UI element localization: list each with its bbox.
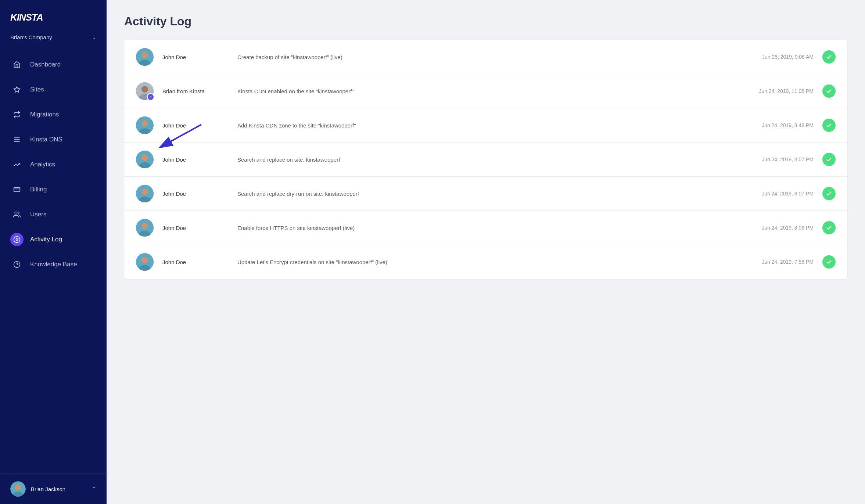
sidebar-item-knowledge-base[interactable]: Knowledge Base — [0, 252, 107, 277]
sidebar-nav: Dashboard Sites Migrations — [0, 49, 107, 474]
svg-point-8 — [16, 239, 18, 241]
activity-avatar-row1 — [136, 48, 154, 66]
check-icon-row2 — [826, 88, 832, 94]
billing-icon — [13, 186, 21, 193]
activity-user-row5: John Doe — [162, 191, 229, 197]
activity-action-row6: Enable force HTTPS on site kinstawooperf… — [237, 225, 731, 231]
activity-time-row7: Jun 24, 2019, 7:56 PM — [740, 259, 814, 265]
activity-action-row5: Search and replace dry-run on site: kins… — [237, 191, 731, 197]
table-row: John Doe Update Let's Encrypt credential… — [124, 245, 847, 279]
activity-action-row3: Add Kinsta CDN zone to the site "kinstaw… — [237, 122, 731, 129]
avatar-circle-row7 — [136, 253, 154, 271]
activity-status-row4 — [822, 153, 836, 166]
activity-action-row7: Update Let's Encrypt credentials on site… — [237, 259, 731, 265]
activity-status-row2 — [822, 84, 836, 98]
activity-time-row1: Jun 25, 2019, 9:08 AM — [740, 54, 814, 60]
svg-point-28 — [141, 188, 148, 195]
sites-icon — [13, 86, 21, 93]
activity-avatar-row3 — [136, 116, 154, 134]
activity-status-row3 — [822, 119, 836, 132]
user-info: Brian Jackson — [10, 481, 65, 497]
avatar-circle-row6 — [136, 219, 154, 237]
nav-icon-wrap-dashboard — [10, 58, 24, 71]
check-icon-row6 — [826, 224, 832, 231]
activity-action-row4: Search and replace on site: kinstawooper… — [237, 156, 731, 163]
activity-list: John Doe Create backup of site "kinstawo… — [124, 40, 847, 279]
sidebar-item-sites[interactable]: Sites — [0, 77, 107, 102]
sidebar-label-kinsta-dns: Kinsta DNS — [30, 136, 62, 143]
activity-list-wrapper: John Doe Create backup of site "kinstawo… — [124, 40, 847, 279]
svg-point-22 — [141, 120, 148, 127]
table-row: John Doe Add Kinsta CDN zone to the site… — [124, 108, 847, 143]
activity-status-row6 — [822, 221, 836, 234]
svg-point-34 — [141, 257, 148, 263]
sidebar-item-dashboard[interactable]: Dashboard — [0, 52, 107, 77]
activity-user-row1: John Doe — [162, 54, 229, 60]
avatar-img-row5 — [136, 185, 154, 202]
sidebar-item-analytics[interactable]: Analytics — [0, 152, 107, 177]
chevron-down-icon: ⌄ — [92, 35, 96, 40]
activity-user-row4: John Doe — [162, 156, 229, 163]
table-row: John Doe Search and replace on site: kin… — [124, 143, 847, 177]
sidebar-item-migrations[interactable]: Migrations — [0, 102, 107, 127]
sidebar-item-users[interactable]: Users — [0, 202, 107, 227]
activity-time-row2: Jun 24, 2019, 11:08 PM — [740, 88, 814, 94]
users-icon — [13, 211, 21, 218]
check-icon-row4 — [826, 156, 832, 163]
sidebar-label-billing: Billing — [30, 186, 47, 193]
check-icon-row1 — [826, 54, 832, 60]
avatar-img-row7 — [136, 253, 154, 271]
svg-point-31 — [141, 223, 148, 229]
activity-user-row2: Brian from Kinsta — [162, 88, 229, 94]
activity-time-row6: Jun 24, 2019, 8:06 PM — [740, 225, 814, 231]
user-profile-footer[interactable]: Brian Jackson ⌃ — [0, 474, 107, 504]
activity-avatar-row6 — [136, 219, 154, 237]
activity-user-row3: John Doe — [162, 122, 229, 129]
activity-log-icon — [13, 236, 21, 243]
check-icon-row3 — [826, 122, 832, 129]
svg-point-7 — [14, 237, 20, 243]
table-row: John Doe Enable force HTTPS on site kins… — [124, 211, 847, 245]
company-name: Brian's Company — [10, 34, 52, 40]
company-selector[interactable]: Brian's Company ⌄ — [0, 30, 107, 49]
logo-area: KINSTA — [0, 0, 107, 30]
avatar-circle-row4 — [136, 151, 154, 168]
user-name: Brian Jackson — [31, 486, 65, 492]
sidebar-label-knowledge-base: Knowledge Base — [30, 261, 77, 268]
sidebar: KINSTA Brian's Company ⌄ Dashboard Sites — [0, 0, 107, 504]
avatar-img-row6 — [136, 219, 154, 237]
activity-time-row4: Jun 24, 2019, 8:07 PM — [740, 156, 814, 162]
sidebar-item-activity-log[interactable]: Activity Log — [0, 227, 107, 252]
sidebar-label-users: Users — [30, 211, 46, 218]
sidebar-item-kinsta-dns[interactable]: Kinsta DNS — [0, 127, 107, 152]
chevron-up-icon: ⌃ — [92, 486, 96, 492]
nav-icon-wrap-sites — [10, 83, 24, 96]
activity-user-row7: John Doe — [162, 259, 229, 265]
dns-icon — [13, 136, 21, 143]
migrations-icon — [13, 111, 21, 118]
sidebar-item-billing[interactable]: Billing — [0, 177, 107, 202]
sidebar-label-migrations: Migrations — [30, 111, 59, 118]
avatar-img-row4 — [136, 151, 154, 168]
activity-action-row1: Create backup of site "kinstawooperf" (l… — [237, 54, 731, 60]
table-row: John Doe Search and replace dry-run on s… — [124, 177, 847, 211]
sidebar-label-activity-log: Activity Log — [30, 236, 62, 243]
svg-point-19 — [141, 86, 148, 93]
avatar-circle-row1 — [136, 48, 154, 66]
table-row: John Doe Create backup of site "kinstawo… — [124, 40, 847, 74]
nav-icon-wrap-migrations — [10, 108, 24, 121]
nav-icon-wrap-knowledge — [10, 258, 24, 271]
nav-icon-wrap-users — [10, 208, 24, 221]
activity-status-row1 — [822, 50, 836, 64]
kinsta-logo: KINSTA — [10, 12, 96, 23]
knowledge-base-icon — [13, 261, 21, 268]
avatar-circle-row3 — [136, 116, 154, 134]
check-icon-row5 — [826, 190, 832, 197]
activity-avatar-row7 — [136, 253, 154, 271]
svg-point-6 — [15, 212, 17, 215]
avatar-img-row3 — [136, 116, 154, 134]
nav-icon-wrap-analytics — [10, 158, 24, 171]
activity-action-row2: Kinsta CDN enabled on the site "kinstawo… — [237, 88, 731, 94]
svg-point-25 — [141, 154, 148, 161]
check-icon-row7 — [826, 259, 832, 265]
